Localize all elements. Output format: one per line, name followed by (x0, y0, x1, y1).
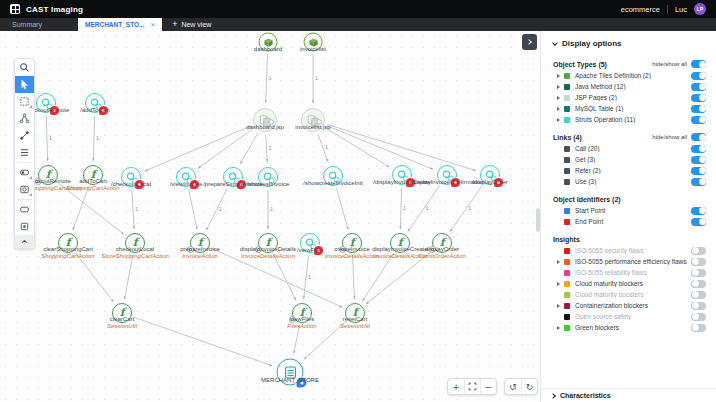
hide-show-all-toggle[interactable] (691, 60, 706, 68)
application-name[interactable]: ecommerce (621, 5, 660, 14)
node-label: displayOrder (425, 246, 459, 252)
item-toggle[interactable] (691, 105, 706, 113)
characteristics-title: Characteristics (560, 392, 611, 399)
display-options-header[interactable]: Display options (541, 31, 716, 52)
graph-node-m_resetCart[interactable]: fresetCartSessionUtil (345, 303, 365, 323)
expand-arrow-icon[interactable] (557, 96, 560, 100)
item-toggle[interactable] (691, 280, 706, 288)
graph-node-m_displayOrder[interactable]: fdisplayOrderComitOrderAction (432, 233, 452, 253)
item-toggle[interactable] (691, 269, 706, 277)
graph-node-m_checkoutRemote[interactable]: fcheckoutRemoteStoreShoppingCartAction (38, 165, 58, 185)
item-toggle[interactable] (691, 247, 706, 255)
expand-arrow-icon[interactable] (557, 85, 560, 89)
node-sublabel: SessionUtil (340, 323, 370, 329)
item-toggle[interactable] (691, 116, 706, 124)
item-toggle[interactable] (691, 302, 706, 310)
close-icon[interactable]: × (150, 21, 155, 29)
node-label: displayInvoiceDetails (240, 246, 296, 252)
expand-arrow-icon[interactable] (557, 282, 560, 286)
graph-node-op_viewFiles[interactable]: /viewFiles (300, 233, 320, 253)
shape-tool[interactable] (15, 201, 34, 218)
item-toggle[interactable] (691, 83, 706, 91)
zoom-out-button[interactable]: − (480, 379, 496, 394)
new-view-button[interactable]: + New view (162, 18, 221, 31)
panel-row: Cloud maturity boosters (541, 289, 716, 300)
graph-node-op_displayInvoiceConfirmation[interactable]: /displayInvoiceConfirmation (437, 165, 457, 185)
collapse-tool[interactable] (15, 235, 34, 248)
item-toggle[interactable] (691, 167, 706, 175)
graph-node-op_addToCart[interactable]: /addToCart (85, 93, 105, 113)
item-toggle[interactable] (691, 156, 706, 164)
graph-node-op_showestInvoice[interactable]: /showestInvoice (258, 167, 278, 187)
tab-bar: Summary MERCHANT_STO... × + New view (0, 18, 716, 31)
expand-arrow-icon[interactable] (557, 118, 560, 122)
item-toggle[interactable] (691, 324, 706, 332)
export-tool[interactable] (15, 218, 34, 235)
section-object-identifiers: Object Identifiers (2)Start PointEnd Poi… (541, 193, 716, 227)
canvas-controls: + − ↺ ↻ (447, 378, 540, 395)
graph-node-m_checkoutLocal[interactable]: fcheckoutLocalStoreShoppingCartAction (125, 233, 145, 253)
graph-node-m_displayInvoiceDetails[interactable]: fdisplayInvoiceDetailsInvoiceDetailsActi… (258, 233, 278, 253)
graph-canvas[interactable]: 1111111111111 dashboardinvoicelistdashbo… (0, 31, 540, 402)
graph-node-m_addToCart[interactable]: faddToCartShoppingCartAction (83, 165, 103, 185)
graph-node-invoicelist[interactable]: invoicelist (304, 33, 323, 52)
graph-node-m_prepareInvoice[interactable]: fprepareInvoiceInvoiceAction (190, 233, 210, 253)
item-toggle[interactable] (691, 313, 706, 321)
item-toggle[interactable] (691, 207, 706, 215)
fit-screen-button[interactable] (464, 379, 480, 394)
graph-node-op_showcreateInvoiceInit[interactable]: /showcreateInvoiceInit (323, 166, 343, 186)
item-toggle[interactable] (691, 72, 706, 80)
node-sublabel: ShoppingCartAction (41, 253, 94, 259)
search-tool[interactable] (15, 59, 34, 76)
expand-arrow-icon[interactable] (557, 260, 560, 264)
characteristics-header[interactable]: Characteristics (541, 388, 716, 402)
item-label: Cloud maturity blockers (575, 280, 691, 287)
item-toggle[interactable] (691, 291, 706, 299)
graph-node-op_viewInvoice[interactable]: /viewInvoice (176, 167, 196, 187)
panel-row: ISO-5055 security flaws (541, 245, 716, 256)
pointer-tool[interactable] (15, 76, 34, 93)
graph-node-invoicelist_jsp[interactable]: invoicelist.jsp (301, 108, 325, 132)
graph-node-m_displayInvoiceCreate[interactable]: fdisplayInvoiceCreateInvoiceDetailsActio… (390, 233, 410, 253)
undo-icon[interactable]: ↺ (505, 379, 521, 394)
snapshot-tool[interactable] (15, 181, 34, 198)
tab-summary[interactable]: Summary (0, 18, 78, 31)
graph-node-op_displayInvoiceCreate[interactable]: /displayInvoiceCreate (392, 165, 412, 185)
graph-node-m_viewFiles[interactable]: fviewFilesFilesAction (292, 303, 312, 323)
item-toggle[interactable] (691, 218, 706, 226)
graph-node-op_checkoutLocal[interactable]: /checkoutLocal (121, 167, 141, 187)
hide-show-all-toggle[interactable] (691, 133, 706, 141)
graph-node-op_prepareSimpleInvoice[interactable]: /prepareSimpleInvoice (223, 167, 243, 187)
graph-node-store[interactable]: MERCHANT_STORE (277, 359, 304, 386)
graph-node-op_displayOrder[interactable]: /displayOrder (480, 165, 500, 185)
graph-node-dashboard[interactable]: dashboard (259, 33, 278, 52)
graph-node-m_clearCart[interactable]: fclearCartSessionUtil (112, 303, 132, 323)
collapse-icon (19, 236, 30, 247)
panel-resize-handle[interactable] (536, 208, 540, 232)
avatar[interactable]: LP (694, 3, 706, 15)
item-toggle[interactable] (691, 145, 706, 153)
graph-node-op_checkoutRemote[interactable]: /checkoutRemote (36, 93, 56, 113)
zoom-in-button[interactable]: + (448, 379, 464, 394)
graph-node-dashboard_jsp[interactable]: dashboard.jsp (253, 108, 277, 132)
draw-edge-tool[interactable] (15, 127, 34, 144)
expand-arrow-icon[interactable] (557, 74, 560, 78)
panel-collapse-button[interactable] (522, 34, 537, 50)
graph-node-m_clearShoppingCart[interactable]: fclearShoppingCartShoppingCartAction (58, 233, 78, 253)
marquee-select-tool[interactable] (15, 93, 34, 110)
tab-merchant-store[interactable]: MERCHANT_STO... × (78, 18, 162, 31)
layout-tool[interactable] (15, 110, 34, 127)
list-tool[interactable] (15, 144, 34, 161)
svg-text:1: 1 (325, 144, 328, 150)
expand-arrow-icon[interactable] (557, 304, 560, 308)
visibility-tool[interactable] (15, 164, 34, 181)
graph-node-m_createInvoice[interactable]: fcreateInvoiceInvoiceDetailsAction (342, 233, 362, 253)
expand-arrow-icon[interactable] (557, 326, 560, 330)
redo-icon[interactable]: ↻ (521, 379, 537, 394)
expand-arrow-icon[interactable] (557, 107, 560, 111)
item-toggle[interactable] (691, 258, 706, 266)
item-toggle[interactable] (691, 178, 706, 186)
svg-text:1: 1 (270, 206, 273, 212)
item-toggle[interactable] (691, 94, 706, 102)
node-label: viewFiles (290, 316, 315, 322)
